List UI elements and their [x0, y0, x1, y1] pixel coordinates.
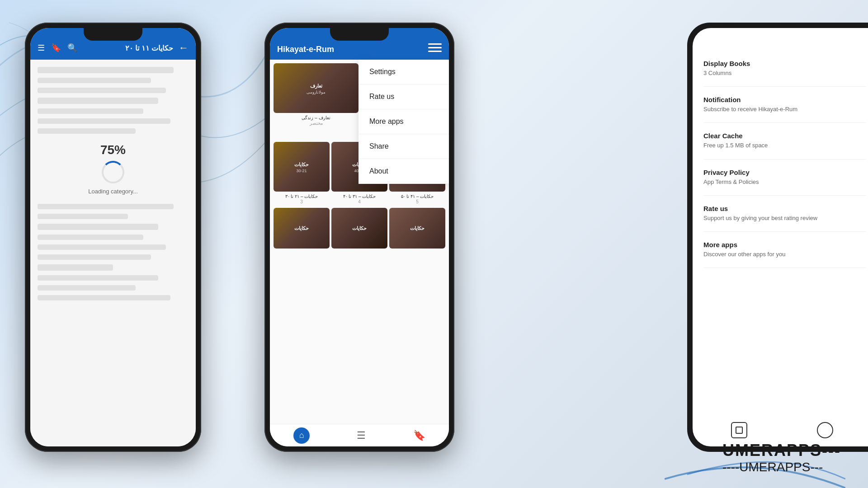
bookmark-icon[interactable]: 🔖 [51, 43, 61, 53]
phone1-title: حکایات ۱۱ تا ۲۰ [83, 44, 173, 52]
phone2-notch [330, 28, 389, 41]
phone1-body: 75% Loading category... [30, 60, 196, 446]
book-cover-img-8: حکایات [389, 208, 445, 249]
menu-item-rateus[interactable]: Rate us [359, 84, 449, 109]
list-icon: ☰ [357, 430, 366, 441]
phone1-notch [84, 28, 142, 41]
loading-text: Loading category... [88, 188, 138, 195]
phone3-screen: Display Books 3 Columns Notification Sub… [693, 28, 868, 446]
row-num-blank [277, 127, 332, 133]
book-item-7[interactable]: حکایات [331, 208, 387, 250]
settings-more-apps[interactable]: More apps Discover our other apps for yo… [703, 232, 866, 268]
book-cover-img-7: حکایات [331, 208, 387, 249]
skeleton-14 [38, 264, 113, 271]
skeleton-5 [38, 108, 143, 114]
settings-rate-title: Rate us [703, 205, 866, 212]
phone3-body: Display Books 3 Columns Notification Sub… [693, 28, 868, 446]
book-item-6[interactable]: حکایات [274, 208, 330, 250]
settings-cache-subtitle: Free up 1.5 MB of space [703, 141, 866, 150]
skeleton-16 [38, 285, 136, 291]
settings-rate-subtitle: Support us by giving your best rating re… [703, 214, 866, 222]
skeleton-12 [38, 244, 166, 250]
skeleton-2 [38, 78, 151, 83]
nav-home[interactable]: ⌂ [293, 427, 310, 444]
book-cover-img-intro: تعارف مولانارومی [274, 63, 359, 113]
book-cover-3: حکایات 30-21 [274, 142, 330, 192]
book-title-7: حکایات [351, 224, 368, 232]
loading-spinner [102, 161, 124, 183]
book-cover-7: حکایات [331, 208, 387, 249]
book-item-intro[interactable]: تعارف مولانارومی تعارف – زندگی مختصر [274, 63, 359, 126]
book-subtitle-intro: مولانارومی [307, 90, 326, 94]
skeleton-17 [38, 295, 170, 300]
menu-item-share[interactable]: Share [359, 134, 449, 159]
book-cover-img-3: حکایات 30-21 [274, 142, 330, 192]
settings-privacy-subtitle: App Terms & Policies [703, 178, 866, 186]
menu-item-about[interactable]: About [359, 159, 449, 184]
book-title-8: حکایات [409, 224, 425, 232]
nav-bookmark[interactable]: 🔖 [413, 430, 425, 441]
watermark-text-1: UMERAPPS--- [722, 441, 841, 460]
watermark: UMERAPPS--- ----UMERAPPS--- [722, 441, 841, 474]
book-title-6: حکایات [293, 224, 310, 232]
settings-display-books[interactable]: Display Books 3 Columns [703, 51, 866, 87]
loading-indicator: 75% Loading category... [38, 143, 189, 195]
settings-moreapps-title: More apps [703, 241, 866, 249]
book-title-intro: تعارف [309, 82, 323, 90]
settings-display-subtitle: 3 Columns [703, 69, 866, 77]
book-num-3: 3 [300, 199, 303, 204]
skeleton-7 [38, 128, 136, 134]
phone-3: Display Books 3 Columns Notification Sub… [687, 23, 868, 452]
loading-percent: 75% [100, 143, 126, 157]
book-label-5: حکایات – ۴۱ تا ۵۰ [401, 193, 434, 199]
book-label-4: حکایات – ۳۱ تا ۴۰ [343, 193, 376, 199]
skeleton-6 [38, 118, 170, 124]
settings-rate-us[interactable]: Rate us Support us by giving your best r… [703, 196, 866, 232]
menu-item-settings[interactable]: Settings [359, 60, 449, 84]
hamburger-menu[interactable] [428, 41, 442, 54]
books-row-3: حکایات حکایات [274, 208, 445, 250]
menu-icon[interactable]: ☰ [38, 43, 45, 53]
bookmark-nav-icon: 🔖 [413, 430, 425, 441]
book-label-3: حکایات – ۲۱ تا ۳۰ [285, 193, 318, 199]
skeleton-15 [38, 275, 158, 281]
book-cover-8: حکایات [389, 208, 445, 249]
search-icon[interactable]: 🔍 [67, 43, 77, 53]
settings-notification[interactable]: Notification Subscribe to receive Hikaya… [703, 87, 866, 123]
nav-home-circle: ⌂ [293, 427, 310, 444]
settings-privacy-title: Privacy Policy [703, 169, 866, 176]
settings-privacy[interactable]: Privacy Policy App Terms & Policies [703, 160, 866, 196]
book-item-8[interactable]: حکایات [389, 208, 445, 250]
book-num-intro: مختصر [310, 121, 323, 126]
settings-moreapps-subtitle: Discover our other apps for you [703, 250, 866, 258]
book-cover-intro: تعارف مولانارومی [274, 63, 359, 113]
square-icon [736, 427, 743, 434]
home-icon: ⌂ [299, 431, 304, 440]
menu-item-moreapps[interactable]: More apps [359, 109, 449, 134]
book-title-3: حکایات [293, 160, 310, 169]
book-cover-6: حکایات [274, 208, 330, 249]
nav-list[interactable]: ☰ [357, 430, 366, 441]
phone2-bottom-nav: ⌂ ☰ 🔖 [270, 424, 449, 446]
dropdown-menu: Settings Rate us More apps Share About [359, 60, 449, 184]
phone1-actions: 🔍 🔖 ☰ [38, 43, 77, 53]
phone-2: Hikayat-e-Rum Settings Rate us More apps… [264, 23, 454, 452]
book-label-intro: تعارف – زندگی [302, 115, 330, 121]
settings-cache-title: Clear Cache [703, 132, 866, 140]
phone2-title: Hikayat-e-Rum [277, 45, 424, 54]
settings-display-title: Display Books [703, 60, 866, 67]
back-icon[interactable]: ← [179, 42, 189, 54]
watermark-text-2: ----UMERAPPS--- [722, 460, 841, 474]
settings-notification-subtitle: Subscribe to receive Hikayat-e-Rum [703, 105, 866, 113]
settings-clear-cache[interactable]: Clear Cache Free up 1.5 MB of space [703, 123, 866, 159]
book-num-5: 5 [416, 199, 419, 204]
skeleton-9 [38, 214, 128, 219]
skeleton-13 [38, 254, 151, 260]
book-num-4: 4 [358, 199, 361, 204]
skeleton-11 [38, 235, 143, 240]
book-subtitle-3: 30-21 [296, 169, 307, 173]
book-cover-img-6: حکایات [274, 208, 330, 249]
skeleton-3 [38, 88, 166, 93]
book-item-3[interactable]: حکایات 30-21 حکایات – ۲۱ تا ۳۰ 3 [274, 142, 330, 204]
phone-1: ← حکایات ۱۱ تا ۲۰ 🔍 🔖 ☰ 75% [25, 23, 201, 452]
